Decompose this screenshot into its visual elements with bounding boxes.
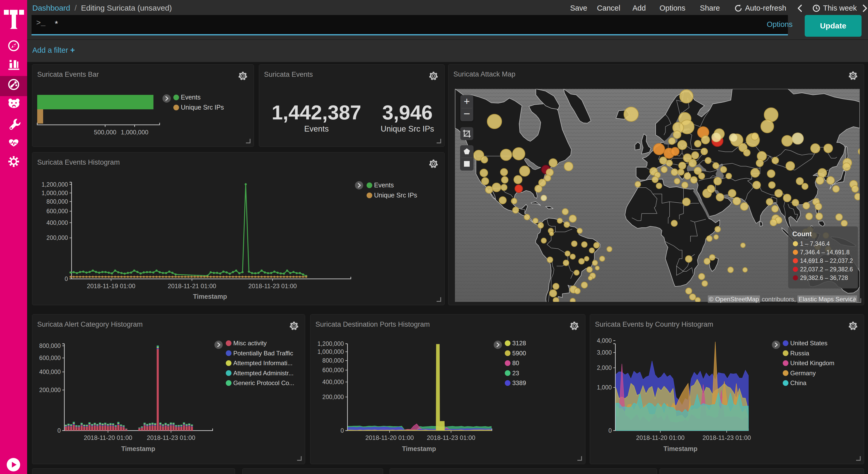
svg-text:200,000: 200,000 xyxy=(46,234,68,241)
svg-text:1,200,000: 1,200,000 xyxy=(41,181,68,188)
svg-text:600,000: 600,000 xyxy=(39,355,61,361)
svg-text:Events: Events xyxy=(374,181,394,189)
svg-text:80: 80 xyxy=(512,359,519,366)
svg-text:800,000: 800,000 xyxy=(322,357,344,364)
svg-text:4,000: 4,000 xyxy=(597,337,612,344)
svg-text:Attempted Administr...: Attempted Administr... xyxy=(233,369,293,377)
svg-text:United States: United States xyxy=(790,339,828,347)
svg-text:Germany: Germany xyxy=(790,369,816,377)
svg-text:800,000: 800,000 xyxy=(46,198,68,205)
svg-text:400,000: 400,000 xyxy=(39,368,61,375)
svg-text:5900: 5900 xyxy=(512,350,526,357)
svg-text:29,382.6 – 36,728: 29,382.6 – 36,728 xyxy=(800,274,848,281)
svg-text:Russia: Russia xyxy=(790,350,809,357)
svg-text:0: 0 xyxy=(340,427,344,434)
svg-text:United Kingdom: United Kingdom xyxy=(790,359,834,366)
svg-text:Unique Src IPs: Unique Src IPs xyxy=(374,191,417,199)
svg-text:0: 0 xyxy=(65,275,68,282)
svg-text:1 – 7,346.4: 1 – 7,346.4 xyxy=(800,240,830,247)
svg-text:600,000: 600,000 xyxy=(322,367,344,374)
svg-text:Events: Events xyxy=(181,94,200,101)
svg-text:2018-11-23 01:00: 2018-11-23 01:00 xyxy=(703,434,751,441)
svg-text:Generic Protocol Co...: Generic Protocol Co... xyxy=(233,379,294,386)
svg-text:22,037.2 – 29,382.6: 22,037.2 – 29,382.6 xyxy=(800,266,853,273)
svg-text:1,000: 1,000 xyxy=(597,384,612,391)
svg-text:3389: 3389 xyxy=(512,379,526,386)
svg-text:2018-11-23 01:00: 2018-11-23 01:00 xyxy=(147,434,195,441)
svg-text:Timestamp: Timestamp xyxy=(121,445,155,452)
svg-text:0: 0 xyxy=(57,427,61,434)
svg-text:23: 23 xyxy=(512,369,519,377)
svg-text:Misc activity: Misc activity xyxy=(233,339,267,347)
svg-text:3128: 3128 xyxy=(512,339,526,347)
svg-text:14,691.8 – 22,037.2: 14,691.8 – 22,037.2 xyxy=(800,258,853,264)
svg-text:200,000: 200,000 xyxy=(322,394,344,401)
svg-text:1,000,000: 1,000,000 xyxy=(41,190,68,197)
svg-text:2018-11-23 01:00: 2018-11-23 01:00 xyxy=(248,283,297,290)
svg-text:800,000: 800,000 xyxy=(39,343,61,349)
svg-text:2018-11-21 01:00: 2018-11-21 01:00 xyxy=(168,283,216,290)
svg-text:500,000: 500,000 xyxy=(94,129,117,136)
svg-text:China: China xyxy=(790,379,807,386)
svg-text:2018-11-20 01:00: 2018-11-20 01:00 xyxy=(365,434,414,441)
svg-text:400,000: 400,000 xyxy=(46,219,68,226)
svg-text:2,000: 2,000 xyxy=(597,364,612,371)
svg-text:2018-11-23 01:00: 2018-11-23 01:00 xyxy=(427,434,475,441)
svg-text:1,000,000: 1,000,000 xyxy=(317,348,344,355)
svg-text:Potentially Bad Traffic: Potentially Bad Traffic xyxy=(233,350,293,357)
svg-text:Timestamp: Timestamp xyxy=(663,445,698,452)
svg-text:2018-11-20 01:00: 2018-11-20 01:00 xyxy=(84,434,132,441)
svg-text:600,000: 600,000 xyxy=(46,208,68,214)
svg-text:Unique Src IPs: Unique Src IPs xyxy=(181,103,224,111)
svg-text:2018-11-20 01:00: 2018-11-20 01:00 xyxy=(636,434,685,441)
svg-text:200,000: 200,000 xyxy=(39,387,61,393)
svg-text:0: 0 xyxy=(609,427,612,434)
svg-text:Attempted Informati...: Attempted Informati... xyxy=(233,359,292,366)
svg-text:7,346.4 – 14,691.8: 7,346.4 – 14,691.8 xyxy=(800,249,850,256)
svg-text:1,200,000: 1,200,000 xyxy=(317,340,344,347)
svg-text:1,000,000: 1,000,000 xyxy=(121,129,149,136)
svg-text:Timestamp: Timestamp xyxy=(193,293,227,300)
svg-text:3,000: 3,000 xyxy=(597,349,612,356)
svg-text:Timestamp: Timestamp xyxy=(402,445,436,452)
svg-text:400,000: 400,000 xyxy=(322,379,344,385)
svg-text:2018-11-19 01:00: 2018-11-19 01:00 xyxy=(87,283,135,290)
